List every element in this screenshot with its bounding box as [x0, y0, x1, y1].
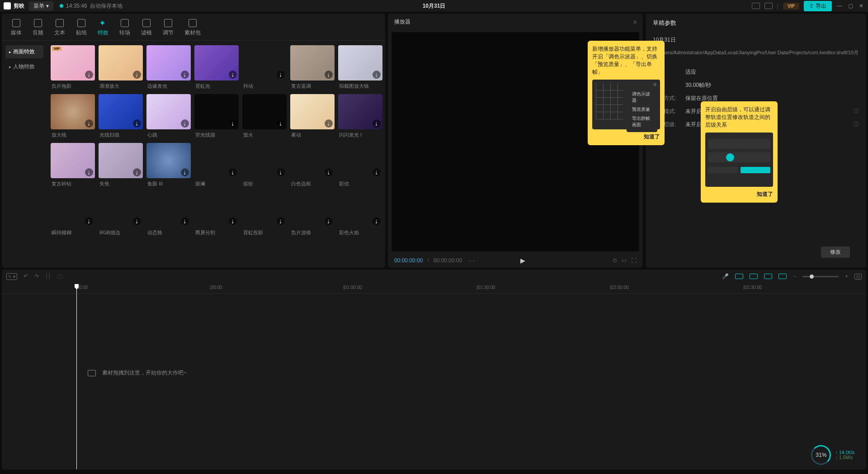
effect-item[interactable]: ⭳抖动	[242, 45, 287, 90]
effect-item[interactable]: ⭳瞬间模糊	[51, 192, 95, 236]
undo-button[interactable]: ↶	[24, 273, 28, 280]
vip-badge[interactable]: VIP	[783, 3, 799, 9]
download-icon[interactable]: ⭳	[85, 217, 93, 225]
tl-opt-2[interactable]	[750, 274, 758, 279]
effect-item[interactable]: ⭳光线扫描	[99, 94, 143, 138]
tl-opt-4[interactable]	[778, 274, 787, 279]
effect-item[interactable]: ⭳霓虹光	[194, 45, 239, 90]
top-tab-1[interactable]: 音频	[29, 17, 47, 38]
effect-item[interactable]: ⭳彩色火焰	[338, 192, 382, 236]
split-button[interactable]: ⎮⎮	[45, 273, 51, 280]
timeline[interactable]: 00:00|30:00|01:00:00|01:30:00|02:00:00|0…	[2, 283, 866, 469]
download-icon[interactable]: ⭳	[277, 119, 285, 128]
effect-item[interactable]: ⭳霓虹投影	[242, 192, 287, 236]
top-tab-8[interactable]: 素材包	[181, 17, 204, 38]
effect-item[interactable]: ⭳荧光线描	[194, 94, 239, 138]
download-icon[interactable]: ⭳	[181, 217, 189, 225]
top-tab-5[interactable]: 转场	[116, 17, 134, 38]
effect-item[interactable]: ⭳负片游移	[290, 192, 335, 236]
effect-item[interactable]: ⭳彩信	[338, 143, 382, 187]
record-audio-button[interactable]: 🎤	[722, 273, 729, 280]
player-menu-icon[interactable]: ≡	[633, 19, 637, 25]
download-icon[interactable]: ⭳	[181, 71, 189, 79]
info-icon[interactable]: ⓘ	[854, 108, 859, 115]
redo-button[interactable]: ↷	[34, 273, 39, 280]
download-icon[interactable]: ⭳	[133, 217, 141, 225]
effect-item[interactable]: ⭳失焦	[99, 143, 143, 187]
zoom-fit-button[interactable]: ⊡	[854, 274, 862, 280]
effect-item[interactable]: ⭳动态格	[146, 192, 191, 236]
effect-item[interactable]: ⭳萤火	[242, 94, 287, 138]
modify-button[interactable]: 修改	[821, 246, 850, 258]
effect-item[interactable]: ⭳斑斓	[194, 143, 239, 187]
effect-item[interactable]: ⭳渐渐放大	[99, 45, 143, 90]
info-icon[interactable]: ⓘ	[854, 121, 859, 128]
effect-item[interactable]: ⭳缤纷	[242, 143, 287, 187]
download-icon[interactable]: ⭳	[229, 168, 237, 176]
close-button[interactable]: ✕	[858, 3, 864, 9]
layout-icon[interactable]	[764, 3, 773, 9]
effect-item[interactable]: ⭳复古蓝调	[290, 45, 335, 90]
download-icon[interactable]: ⭳	[85, 119, 93, 128]
effect-item[interactable]: ⭳拟截图放大镜	[338, 45, 382, 90]
effect-item[interactable]: ⭳RGB描边	[99, 192, 143, 236]
minimize-button[interactable]: —	[836, 3, 843, 9]
zoom-out-button[interactable]: −	[793, 273, 796, 280]
download-icon[interactable]: ⭳	[229, 71, 237, 79]
play-button[interactable]: ▶	[520, 257, 525, 264]
top-tab-6[interactable]: 滤镜	[137, 17, 156, 38]
download-icon[interactable]: ⭳	[85, 168, 93, 176]
category-1[interactable]: ▸ 人物特效	[5, 60, 43, 73]
tl-opt-3[interactable]	[764, 274, 772, 279]
shortcut-icon[interactable]	[752, 3, 760, 9]
export-button[interactable]: ⇪ 导出	[804, 1, 832, 11]
effect-item[interactable]: ⭳心跳	[146, 94, 191, 138]
download-icon[interactable]: ⭳	[325, 71, 333, 79]
download-icon[interactable]: ⭳	[325, 217, 333, 225]
effect-item[interactable]: VIP⭳负片拖影	[51, 45, 95, 90]
effect-item[interactable]: ⭳白色边框	[290, 143, 335, 187]
effect-item[interactable]: ⭳鱼眼 III	[146, 143, 191, 187]
download-icon[interactable]: ⭳	[133, 119, 141, 128]
download-icon[interactable]: ⭳	[229, 217, 237, 225]
select-tool[interactable]: ↖ ▾	[6, 273, 17, 280]
download-icon[interactable]: ⭳	[277, 217, 285, 225]
reset-view-icon[interactable]: ⊙	[613, 257, 617, 264]
top-tab-4[interactable]: 特效	[94, 17, 112, 38]
tooltip-ok-button[interactable]: 知道了	[592, 133, 660, 141]
download-icon[interactable]: ⭳	[373, 168, 381, 176]
top-tab-3[interactable]: 贴纸	[72, 17, 90, 38]
download-icon[interactable]: ⭳	[373, 119, 381, 128]
effect-item[interactable]: ⭳放大镜	[51, 94, 95, 138]
download-icon[interactable]: ⭳	[373, 217, 381, 225]
download-icon[interactable]: ⭳	[181, 168, 189, 176]
download-icon[interactable]: ⭳	[373, 71, 381, 79]
download-icon[interactable]: ⭳	[277, 168, 285, 176]
tooltip-ok-button[interactable]: 知道了	[705, 190, 773, 198]
top-tab-0[interactable]: 媒体	[7, 17, 25, 38]
download-icon[interactable]: ⭳	[85, 71, 93, 79]
delete-button[interactable]: ▢	[57, 273, 62, 280]
zoom-slider[interactable]	[802, 276, 839, 277]
tl-opt-1[interactable]	[735, 274, 743, 279]
download-icon[interactable]: ⭳	[325, 168, 333, 176]
download-icon[interactable]: ⭳	[181, 119, 189, 128]
maximize-button[interactable]: ▢	[847, 3, 854, 9]
effect-item[interactable]: ⭳雾动	[290, 94, 335, 138]
top-tab-2[interactable]: 文本	[51, 17, 69, 38]
fullscreen-icon[interactable]: ⛶	[631, 257, 637, 264]
effect-item[interactable]: ⭳两屏分割	[194, 192, 239, 236]
effect-item[interactable]: ⭳闪闪发光 I	[338, 94, 382, 138]
playhead[interactable]	[76, 284, 77, 469]
download-icon[interactable]: ⭳	[277, 71, 285, 79]
download-icon[interactable]: ⭳	[133, 71, 141, 79]
menu-button[interactable]: 菜单 ▾	[29, 1, 53, 11]
category-0[interactable]: ▸ 画面特效	[5, 45, 43, 58]
ratio-icon[interactable]: ▭	[622, 257, 627, 264]
effect-item[interactable]: ⭳边缘发光	[146, 45, 191, 90]
effect-item[interactable]: ⭳复古碎钻	[51, 143, 95, 187]
download-icon[interactable]: ⭳	[325, 119, 333, 128]
zoom-in-button[interactable]: +	[845, 273, 848, 280]
top-tab-7[interactable]: 调节	[159, 17, 177, 38]
download-icon[interactable]: ⭳	[133, 168, 141, 176]
